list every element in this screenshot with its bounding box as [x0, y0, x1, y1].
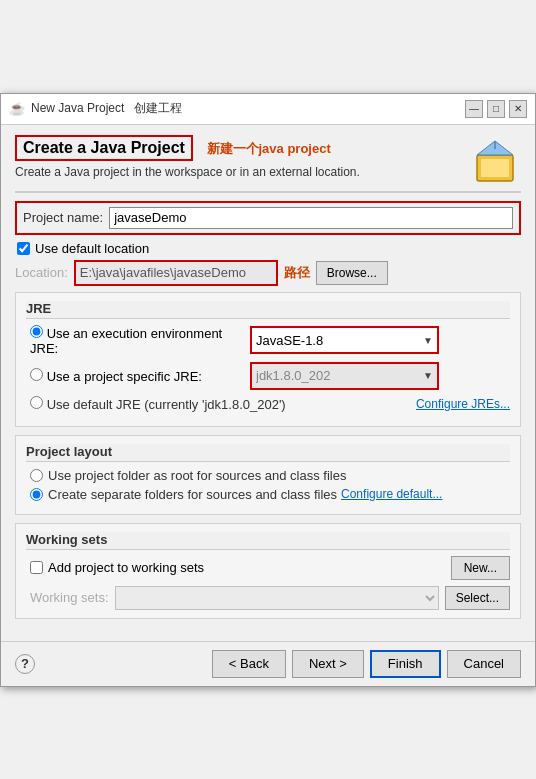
layout-radio-row-1: Use project folder as root for sources a… [30, 468, 510, 483]
jre-radio1[interactable] [30, 325, 43, 338]
jre-row-1-label: Use an execution environment JRE: [30, 325, 250, 356]
back-button[interactable]: < Back [212, 650, 286, 678]
cancel-button[interactable]: Cancel [447, 650, 521, 678]
finish-button[interactable]: Finish [370, 650, 441, 678]
jre-env-select-box: JavaSE-1.8 ▼ [252, 328, 437, 352]
configure-jres-link[interactable]: Configure JREs... [416, 397, 510, 411]
page-title: Create a Java Project [15, 135, 193, 161]
window-title: New Java Project 创建工程 [31, 100, 182, 117]
jre-env-dropdown-wrapper: JavaSE-1.8 ▼ [250, 326, 439, 354]
header-subtitle: 新建一个java project [207, 140, 331, 158]
configure-default-link[interactable]: Configure default... [341, 487, 442, 501]
jre-row-1: Use an execution environment JRE: JavaSE… [30, 325, 510, 356]
window-icon: ☕ [9, 101, 25, 117]
jre-env-select[interactable]: JavaSE-1.8 [252, 328, 437, 352]
header-title-row: Create a Java Project 新建一个java project [15, 135, 360, 161]
layout-radio-row-2: Create separate folders for sources and … [30, 487, 510, 502]
ws-new-button[interactable]: New... [451, 556, 510, 580]
next-button[interactable]: Next > [292, 650, 364, 678]
jre-specific-select[interactable]: jdk1.8.0_202 [252, 364, 437, 388]
project-name-label: Project name: [23, 210, 103, 225]
layout-section: Project layout Use project folder as roo… [15, 435, 521, 515]
close-button[interactable]: ✕ [509, 100, 527, 118]
dialog-footer: ? < Back Next > Finish Cancel [1, 641, 535, 686]
jre-row-3: Use default JRE (currently 'jdk1.8.0_202… [30, 396, 510, 412]
help-button[interactable]: ? [15, 654, 35, 674]
location-row: Location: 路径 Browse... [15, 260, 521, 286]
maximize-button[interactable]: □ [487, 100, 505, 118]
title-bar-controls: — □ ✕ [465, 100, 527, 118]
layout-radio2-label: Create separate folders for sources and … [48, 487, 337, 502]
default-location-label: Use default location [35, 241, 149, 256]
location-input-wrapper [74, 260, 278, 286]
minimize-button[interactable]: — [465, 100, 483, 118]
ws-sets-select[interactable] [115, 586, 439, 610]
jre-radio3-label: Use default JRE (currently 'jdk1.8.0_202… [30, 396, 416, 412]
ws-sets-label: Working sets: [30, 590, 109, 605]
title-bar: ☕ New Java Project 创建工程 — □ ✕ [1, 94, 535, 125]
dialog-content: Create a Java Project 新建一个java project C… [1, 125, 535, 641]
jre-radio1-label: Use an execution environment JRE: [30, 326, 222, 356]
default-location-row: Use default location [17, 241, 521, 256]
layout-radio1-label: Use project folder as root for sources a… [48, 468, 346, 483]
jre-radio2-label: Use a project specific JRE: [30, 369, 202, 384]
jre-radio2[interactable] [30, 368, 43, 381]
ws-sets-row: Working sets: Select... [30, 586, 510, 610]
jre-row-2: Use a project specific JRE: jdk1.8.0_202… [30, 362, 510, 390]
layout-radio1[interactable] [30, 469, 43, 482]
working-sets-section: Working sets Add project to working sets… [15, 523, 521, 619]
ws-add-label: Add project to working sets [30, 560, 451, 575]
ws-select-button[interactable]: Select... [445, 586, 510, 610]
footer-buttons: < Back Next > Finish Cancel [212, 650, 521, 678]
title-bar-left: ☕ New Java Project 创建工程 [9, 100, 182, 117]
header-icon [473, 135, 521, 183]
jre-row-2-label: Use a project specific JRE: [30, 368, 250, 384]
project-name-input[interactable] [109, 207, 513, 229]
default-location-checkbox[interactable] [17, 242, 30, 255]
jre-radio3[interactable] [30, 396, 43, 409]
header-left: Create a Java Project 新建一个java project C… [15, 135, 360, 179]
svg-rect-1 [481, 159, 509, 177]
jre-group-label: JRE [26, 301, 510, 319]
location-label: Location: [15, 265, 68, 280]
browse-button[interactable]: Browse... [316, 261, 388, 285]
working-sets-header: Working sets [26, 532, 510, 550]
layout-radio2[interactable] [30, 488, 43, 501]
jre-specific-select-box: jdk1.8.0_202 ▼ [252, 364, 437, 388]
layout-group-label: Project layout [26, 444, 510, 462]
jre-section: JRE Use an execution environment JRE: Ja… [15, 292, 521, 427]
ws-add-checkbox[interactable] [30, 561, 43, 574]
jre-specific-dropdown-wrapper: jdk1.8.0_202 ▼ [250, 362, 439, 390]
header-section: Create a Java Project 新建一个java project C… [15, 135, 521, 193]
ws-add-row: Add project to working sets New... [30, 556, 510, 580]
location-input[interactable] [76, 262, 276, 284]
project-name-row: Project name: [15, 201, 521, 235]
location-tag: 路径 [284, 264, 310, 282]
header-description: Create a Java project in the workspace o… [15, 165, 360, 179]
main-window: ☕ New Java Project 创建工程 — □ ✕ Create a J… [0, 93, 536, 687]
